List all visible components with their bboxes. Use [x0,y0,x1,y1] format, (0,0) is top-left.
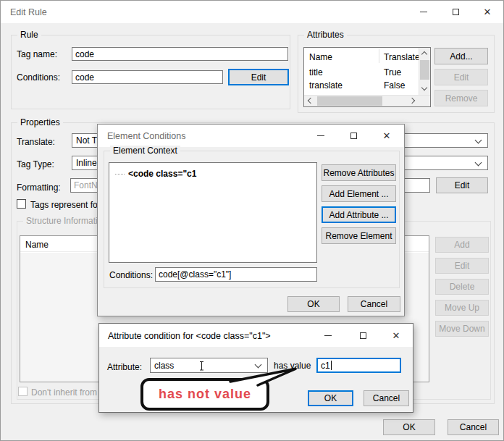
scroll-right-icon[interactable] [409,98,415,104]
formatting-edit-button[interactable]: Edit [436,177,488,193]
translate-label: Translate: [17,137,55,147]
minimize-icon [317,135,324,136]
tag-type-label: Tag Type: [17,159,54,169]
inherit-checkbox [18,387,28,396]
text-cursor-icon [198,361,205,371]
attr-row-name: translate [309,80,343,91]
element-context-tree[interactable]: <code class="c1 [109,162,317,263]
element-conditions-dialog: Element Conditions ✕ Element Context <co… [97,124,405,316]
conditions-input[interactable] [155,267,317,282]
chevron-down-icon [475,159,482,167]
maximize-icon [350,133,357,139]
main-window-title: Edit Rule [10,7,47,17]
chevron-down-icon [475,137,482,144]
maximize-button[interactable] [444,1,467,23]
scroll-up-icon[interactable] [421,51,427,57]
close-button[interactable]: ✕ [476,1,499,23]
attr-row-translate: True [384,67,401,77]
annotation-text: has not value [159,387,251,402]
attributes-col-name: Name [309,52,332,62]
element-context-group: Element Context <code class="c1 Remove A… [104,151,400,288]
attribute-condition-titlebar: Attribute condition for <code class="c1"… [99,324,413,347]
structure-edit-button: Edit [435,258,489,274]
attr-row-name: title [309,67,323,77]
attributes-table[interactable]: Name Translate title True translate Fals… [303,47,431,107]
structure-move-up-button: Move Up [435,300,489,316]
attribute-condition-cancel-button[interactable]: Cancel [364,390,409,406]
attributes-group: Attributes Name Translate title True tra… [298,35,495,113]
main-titlebar: Edit Rule ✕ [1,1,503,23]
minimize-button[interactable] [316,324,340,347]
add-attribute-button[interactable]: Add Attribute ... [322,206,396,223]
text-caret [331,361,332,370]
attribute-label: Attribute: [107,362,142,372]
structure-add-button: Add [435,237,489,253]
maximize-icon [453,9,459,15]
minimize-icon [324,335,332,336]
attribute-combobox[interactable]: class [150,358,268,373]
rule-edit-button[interactable]: Edit [228,69,289,85]
edit-rule-window: Edit Rule ✕ Rule Tag name: Conditions: E… [0,0,504,441]
attributes-add-button[interactable]: Add... [434,48,488,64]
element-conditions-titlebar: Element Conditions ✕ [98,125,404,147]
structure-delete-button: Delete [435,279,489,295]
properties-group-label: Properties [17,117,63,127]
has-value-label: has value [274,361,311,371]
main-ok-button[interactable]: OK [383,419,435,435]
formatting-label: Formatting: [17,182,61,193]
attributes-col-translate: Translate [384,52,420,62]
close-icon: ✕ [484,7,492,17]
rule-conditions-input[interactable] [72,70,223,84]
structure-move-down-button: Move Down [435,321,489,337]
element-conditions-title: Element Conditions [107,131,185,141]
chevron-down-icon [255,361,262,369]
close-button[interactable]: ✕ [385,324,408,347]
add-element-button[interactable]: Add Element ... [322,185,396,202]
attributes-remove-button: Remove [434,90,488,106]
rule-conditions-label: Conditions: [17,72,60,83]
element-conditions-cancel-button[interactable]: Cancel [348,296,400,312]
attribute-value-text: c1 [321,361,330,371]
element-conditions-ok-button[interactable]: OK [287,296,340,312]
attributes-edit-button: Edit [434,69,488,85]
horizontal-scrollbar[interactable] [304,95,430,106]
remove-attributes-button[interactable]: Remove Attributes [322,164,396,181]
close-icon: ✕ [392,331,400,340]
attribute-value: class [154,361,174,371]
minimize-button[interactable] [412,1,435,23]
maximize-button[interactable] [342,125,365,147]
column-separator [379,49,379,63]
close-icon: ✕ [383,131,391,140]
minimize-button[interactable] [309,125,332,147]
close-button[interactable]: ✕ [375,125,398,147]
element-context-group-label: Element Context [110,146,180,156]
rule-group-label: Rule [17,30,41,40]
tree-item-label: <code class="c1 [128,169,196,179]
annotation-callout: has not value [140,378,269,411]
tree-branch-icon [115,174,125,175]
tag-name-label: Tag name: [17,49,57,59]
attributes-group-label: Attributes [304,30,347,40]
attribute-condition-ok-button[interactable]: OK [308,390,353,406]
minimize-icon [420,12,427,12]
main-cancel-button[interactable]: Cancel [448,419,499,435]
attr-row-translate: False [384,80,405,91]
rule-group: Rule Tag name: Conditions: Edit [11,35,290,109]
tags-represent-checkbox[interactable] [17,199,26,209]
scrollbar-thumb[interactable] [420,60,429,80]
inherit-checkbox-label: Don't inherit from pa [31,387,109,398]
scrollbar-thumb[interactable] [317,96,382,106]
tree-item[interactable]: <code class="c1 [115,169,196,179]
tag-name-input[interactable] [72,47,288,61]
tag-type-value: Inline [76,158,97,168]
scroll-down-icon[interactable] [421,85,427,91]
attribute-value-input[interactable]: c1 [316,358,401,373]
attribute-condition-title: Attribute condition for <code class="c1"… [108,331,271,341]
scroll-left-icon[interactable] [308,98,314,104]
remove-element-button[interactable]: Remove Element [322,227,396,244]
structure-col-name: Name [25,240,49,250]
maximize-button[interactable] [351,324,374,347]
maximize-icon [360,332,366,339]
conditions-label: Conditions: [109,270,153,280]
vertical-scrollbar[interactable] [419,48,430,95]
